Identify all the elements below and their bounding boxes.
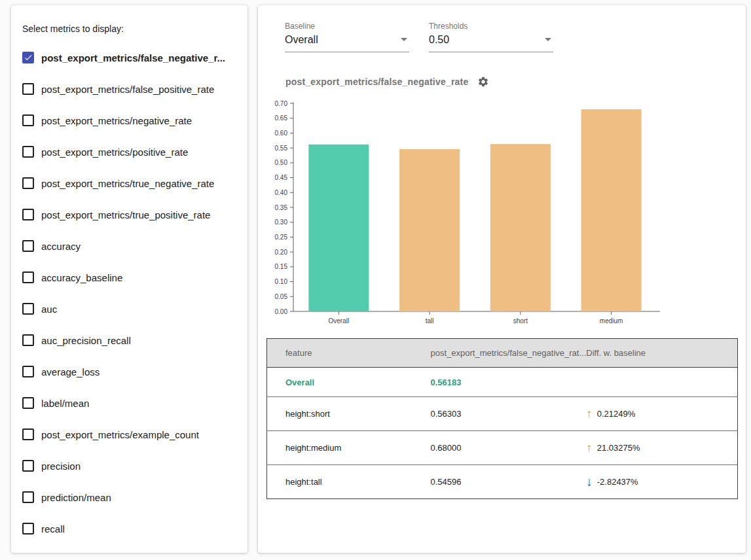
checkbox-unchecked-icon[interactable] (22, 491, 34, 503)
checkbox-unchecked-icon[interactable] (22, 271, 34, 283)
bar-chart: 0.000.050.100.150.200.250.300.350.400.45… (267, 96, 673, 340)
y-axis-tick-label: 0.45 (275, 174, 288, 181)
gear-icon[interactable] (477, 76, 489, 88)
y-axis-tick-label: 0.60 (275, 130, 288, 137)
feature-cell: height:medium (267, 431, 431, 465)
y-axis-tick-label: 0.50 (275, 159, 288, 166)
checkbox-unchecked-icon[interactable] (22, 177, 34, 189)
x-axis-tick-label: short (513, 317, 528, 324)
y-axis-tick-label: 0.05 (275, 293, 288, 300)
y-axis-tick-label: 0.35 (275, 204, 288, 211)
checkbox-unchecked-icon[interactable] (22, 334, 34, 346)
y-axis-tick-label: 0.25 (275, 234, 288, 241)
metric-value-cell: 0.56183 (431, 368, 587, 397)
y-axis-tick-label: 0.15 (275, 263, 288, 270)
y-axis-tick-label: 0.65 (275, 114, 288, 122)
baseline-value: Overall (285, 34, 409, 46)
checkbox-unchecked-icon[interactable] (22, 240, 34, 252)
checkbox-unchecked-icon[interactable] (22, 460, 34, 472)
diff-value: -2.82437% (597, 477, 638, 487)
metric-checkbox-item[interactable]: average_loss (11, 356, 247, 387)
arrow-up-icon: ↑ (586, 442, 593, 454)
y-axis-tick-label: 0.10 (275, 278, 288, 285)
metric-value-cell: 0.54596 (431, 465, 587, 499)
y-axis-tick-label: 0.30 (275, 219, 288, 226)
checkbox-unchecked-icon[interactable] (22, 429, 34, 440)
checkbox-unchecked-icon[interactable] (22, 303, 34, 315)
diff-value: 21.03275% (597, 443, 640, 453)
metric-checkbox-item[interactable]: recall (11, 513, 247, 544)
metric-checkbox-item[interactable]: accuracy (11, 230, 247, 262)
checkbox-unchecked-icon[interactable] (22, 397, 34, 409)
metric-checkbox-item[interactable]: post_export_metrics/false_negative_r... (11, 42, 247, 73)
x-axis-tick-label: medium (600, 317, 623, 324)
y-axis-tick-label: 0.20 (275, 249, 288, 256)
y-axis-tick-label: 0.40 (275, 189, 288, 196)
metric-label: label/mean (41, 398, 89, 409)
diff-cell: ↑0.21249% (586, 397, 737, 431)
metric-list: post_export_metrics/false_negative_r...p… (11, 42, 247, 544)
metric-select-panel: Select metrics to display: post_export_m… (11, 5, 247, 553)
baseline-select[interactable]: Baseline Overall (285, 22, 409, 52)
metric-label: accuracy_baseline (41, 272, 122, 283)
checkbox-unchecked-icon[interactable] (22, 83, 34, 95)
y-axis-tick-label: 0.00 (275, 308, 288, 315)
metric-value-cell: 0.68000 (431, 431, 587, 465)
feature-cell: height:short (267, 397, 431, 431)
metric-value-cell: 0.56303 (431, 397, 587, 431)
x-axis-tick-label: Overall (329, 317, 350, 324)
x-axis-tick-label: tall (426, 317, 434, 324)
table-row: Overall0.56183 (267, 368, 738, 397)
metric-checkbox-item[interactable]: post_export_metrics/true_positive_rate (11, 199, 247, 230)
metric-label: precision (41, 461, 81, 472)
table-header-cell: post_export_metrics/false_negative_rat..… (431, 339, 587, 368)
checkbox-unchecked-icon[interactable] (22, 523, 34, 534)
metric-checkbox-item[interactable]: auc (11, 293, 247, 324)
baseline-label: Baseline (285, 22, 409, 31)
metric-checkbox-item[interactable]: post_export_metrics/false_positive_rate (11, 73, 247, 105)
diff-cell: ↓-2.82437% (586, 465, 737, 499)
feature-cell: height:tall (267, 465, 431, 499)
checkbox-unchecked-icon[interactable] (22, 146, 34, 158)
checkbox-unchecked-icon[interactable] (22, 209, 34, 220)
thresholds-select[interactable]: Thresholds 0.50 (429, 22, 553, 52)
y-axis-tick-label: 0.70 (275, 100, 288, 107)
metric-checkbox-item[interactable]: post_export_metrics/positive_rate (11, 136, 247, 167)
metric-checkbox-item[interactable]: post_export_metrics/negative_rate (11, 105, 247, 136)
metric-checkbox-item[interactable]: precision (11, 450, 247, 481)
bar-Overall[interactable] (308, 145, 369, 311)
metric-label: post_export_metrics/false_negative_r... (41, 52, 225, 63)
arrow-up-icon: ↑ (586, 408, 593, 420)
metric-label: post_export_metrics/true_negative_rate (41, 178, 214, 189)
metric-select-title: Select metrics to display: (11, 5, 247, 34)
metric-label: prediction/mean (41, 492, 111, 503)
metric-checkbox-item[interactable]: accuracy_baseline (11, 262, 247, 293)
metric-display-panel: Baseline Overall Thresholds 0.50 post_ex… (258, 5, 746, 553)
diff-cell: ↑21.03275% (586, 431, 737, 465)
chevron-down-icon (545, 38, 551, 41)
table-header-cell: feature (267, 339, 431, 368)
bar-medium[interactable] (581, 109, 642, 311)
chevron-down-icon (401, 38, 407, 41)
arrow-down-icon: ↓ (586, 476, 593, 488)
metric-checkbox-item[interactable]: auc_precision_recall (11, 324, 247, 356)
checkbox-checked-icon[interactable] (22, 52, 34, 63)
table-header-cell: Diff. w. baseline (586, 339, 737, 368)
bar-short[interactable] (490, 144, 551, 311)
chart-header: post_export_metrics/false_negative_rate (285, 76, 489, 88)
metric-label: auc (41, 304, 57, 315)
metric-checkbox-item[interactable]: post_export_metrics/example_count (11, 419, 247, 450)
metric-checkbox-item[interactable]: post_export_metrics/true_negative_rate (11, 167, 247, 199)
checkbox-unchecked-icon[interactable] (22, 366, 34, 377)
metric-checkbox-item[interactable]: label/mean (11, 387, 247, 419)
metric-label: post_export_metrics/false_positive_rate (41, 84, 214, 95)
table-row: height:tall0.54596↓-2.82437% (267, 465, 738, 499)
diff-cell (586, 368, 737, 397)
checkbox-unchecked-icon[interactable] (22, 114, 34, 126)
metric-label: average_loss (41, 366, 100, 377)
table-row: height:medium0.68000↑21.03275% (267, 431, 738, 465)
metric-label: auc_precision_recall (41, 335, 131, 346)
metric-label: post_export_metrics/true_positive_rate (41, 209, 210, 220)
metric-checkbox-item[interactable]: prediction/mean (11, 481, 247, 513)
bar-tall[interactable] (399, 149, 460, 311)
